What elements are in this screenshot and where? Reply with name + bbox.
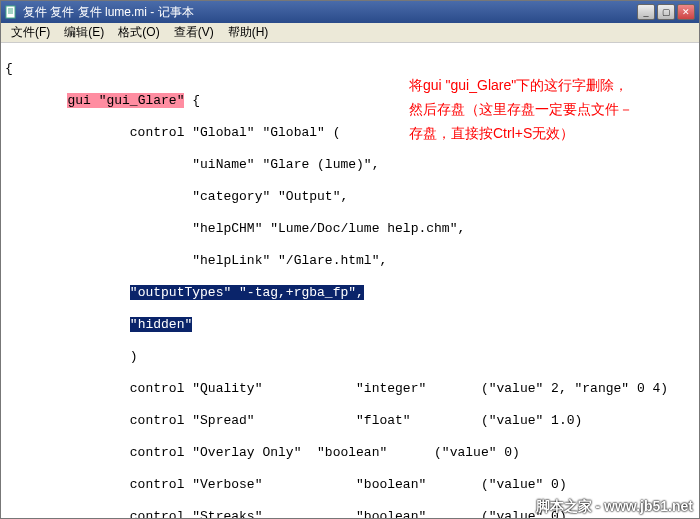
annotation-line: 将gui "gui_Glare"下的这行字删除， — [409, 73, 689, 97]
code-line: control "Overlay Only" "boolean" ("value… — [5, 445, 695, 461]
code-line: control "Quality" "integer" ("value" 2, … — [5, 381, 695, 397]
menu-format[interactable]: 格式(O) — [112, 22, 165, 43]
code-line: "outputTypes" "-tag,+rgba_fp", — [5, 285, 695, 301]
code-line: "uiName" "Glare (lume)", — [5, 157, 695, 173]
menu-edit[interactable]: 编辑(E) — [58, 22, 110, 43]
code-line: control "Verbose" "boolean" ("value" 0) — [5, 477, 695, 493]
code-line: control "Spread" "float" ("value" 1.0) — [5, 413, 695, 429]
code-line: ) — [5, 349, 695, 365]
svg-rect-0 — [6, 6, 15, 18]
menu-help[interactable]: 帮助(H) — [222, 22, 275, 43]
menubar: 文件(F) 编辑(E) 格式(O) 查看(V) 帮助(H) — [1, 23, 699, 43]
code-line: "hidden" — [5, 317, 695, 333]
annotation-overlay: 将gui "gui_Glare"下的这行字删除， 然后存盘（这里存盘一定要点文件… — [409, 73, 689, 145]
app-icon — [5, 5, 19, 19]
highlight-gui-glare: gui "gui_Glare" — [67, 93, 184, 108]
code-line: "category" "Output", — [5, 189, 695, 205]
window-buttons: _ ▢ ✕ — [637, 4, 695, 20]
code-line: "helpCHM" "Lume/Doc/lume help.chm", — [5, 221, 695, 237]
minimize-button[interactable]: _ — [637, 4, 655, 20]
annotation-line: 然后存盘（这里存盘一定要点文件－ — [409, 97, 689, 121]
annotation-line: 存盘，直接按Ctrl+S无效） — [409, 121, 689, 145]
watermark: 脚本之家 - www.jb51.net — [536, 498, 693, 514]
close-button[interactable]: ✕ — [677, 4, 695, 20]
selection-hidden: "hidden" — [130, 317, 192, 332]
menu-view[interactable]: 查看(V) — [168, 22, 220, 43]
code-line: "helpLink" "/Glare.html", — [5, 253, 695, 269]
titlebar[interactable]: 复件 复件 复件 lume.mi - 记事本 _ ▢ ✕ — [1, 1, 699, 23]
menu-file[interactable]: 文件(F) — [5, 22, 56, 43]
maximize-button[interactable]: ▢ — [657, 4, 675, 20]
selection-output-types: "outputTypes" "-tag,+rgba_fp", — [130, 285, 364, 300]
window-title: 复件 复件 复件 lume.mi - 记事本 — [23, 4, 633, 21]
text-editor[interactable]: { gui "gui_Glare" { control "Global" "Gl… — [1, 43, 699, 518]
